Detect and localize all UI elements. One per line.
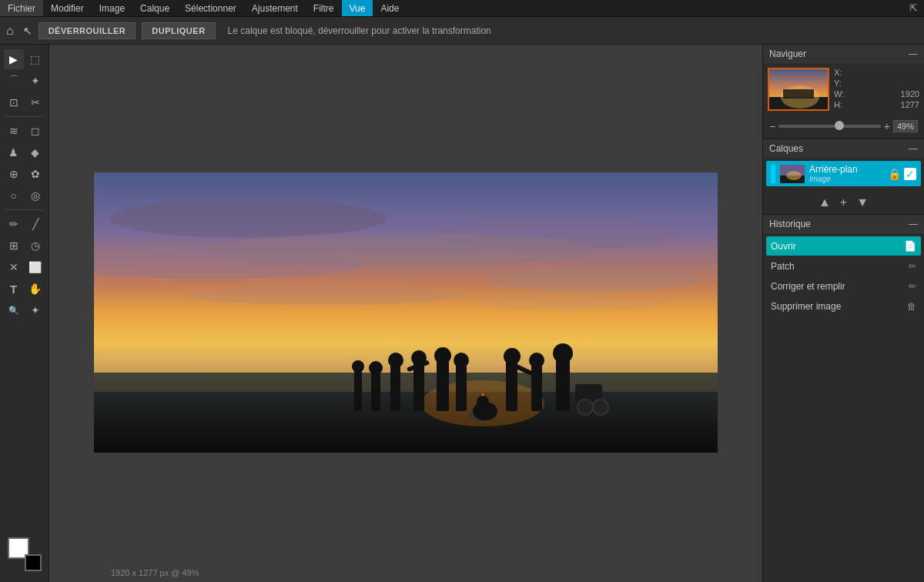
dodge-tool[interactable]: ○	[4, 186, 24, 206]
eraser-tool[interactable]: ◻	[25, 121, 45, 141]
marquee-tool[interactable]: ⬚	[25, 49, 45, 69]
history-collapse-icon[interactable]: —	[909, 219, 918, 229]
scissors-tool[interactable]: ✂	[25, 92, 45, 112]
lasso-tool[interactable]: ⌒	[4, 71, 24, 91]
menu-vue[interactable]: Vue	[342, 0, 373, 16]
layer-item-background[interactable]: Arrière-plan Image 🔒 ✓	[766, 161, 921, 186]
history-item-corriger[interactable]: Corriger et remplir ✏	[766, 277, 921, 296]
cross-tool[interactable]: ✕	[4, 257, 24, 277]
history-item-patch[interactable]: Patch ✏	[766, 257, 921, 276]
menu-calque[interactable]: Calque	[132, 0, 177, 16]
menu-ajustement[interactable]: Ajustement	[244, 0, 306, 16]
svg-point-5	[487, 269, 702, 292]
svg-point-30	[454, 353, 469, 368]
flower-tool[interactable]: ✿	[25, 164, 45, 184]
svg-rect-20	[371, 371, 380, 411]
svg-point-7	[186, 286, 464, 305]
menu-modifier[interactable]: Modifier	[43, 0, 92, 16]
history-label-ouvrir: Ouvrir	[771, 241, 796, 252]
layer-move-up-button[interactable]: ▲	[819, 196, 831, 209]
zoom-tool[interactable]: 🔍	[4, 300, 24, 320]
layer-lock-icon[interactable]: 🔒	[888, 168, 901, 180]
duplicate-button[interactable]: DUPLIQUER	[142, 22, 215, 39]
cursor-icon[interactable]: ↖	[23, 25, 32, 37]
navigator-collapse-icon[interactable]: —	[909, 48, 918, 59]
layer-info: Arrière-plan Image	[809, 164, 883, 183]
layers-header: Calques —	[763, 139, 924, 158]
svg-rect-46	[783, 89, 814, 99]
layers-toolbar: ▲ + ▼	[763, 191, 924, 214]
svg-rect-22	[390, 363, 400, 411]
svg-point-42	[593, 400, 608, 415]
statusbar: 1920 x 1277 px @ 49%	[111, 568, 199, 577]
select-tool[interactable]: ▶	[4, 49, 24, 69]
menu-selectionner[interactable]: Sélectionner	[177, 0, 244, 16]
hand-tool[interactable]: ✋	[25, 279, 45, 299]
patch-tool[interactable]: ⊞	[4, 236, 24, 256]
layer-move-down-button[interactable]: ▼	[856, 196, 869, 209]
svg-point-21	[369, 361, 383, 375]
nav-h-label: H:	[834, 100, 842, 109]
zoom-thumb[interactable]	[835, 121, 844, 130]
layer-name: Arrière-plan	[809, 164, 883, 175]
navigator-content: X: Y: W: 1920 H: 1277	[763, 63, 924, 115]
tool-divider-1	[5, 116, 44, 117]
svg-point-28	[434, 347, 451, 364]
history-section: Historique — Ouvrir 📄 Patch ✏ Corriger e…	[763, 215, 924, 582]
svg-rect-29	[456, 363, 467, 411]
pen-tool[interactable]: ✏	[4, 214, 24, 234]
layer-add-button[interactable]: +	[840, 196, 847, 209]
tool-divider-2	[5, 209, 44, 210]
pencil-tool[interactable]: ╱	[25, 214, 45, 234]
nav-w-value: 1920	[901, 89, 919, 99]
nav-w-label: W:	[834, 89, 844, 99]
zoom-slider[interactable]	[778, 125, 881, 128]
zoom-plus-icon[interactable]: +	[884, 120, 890, 132]
layer-icons: 🔒 ✓	[888, 168, 916, 180]
history-item-supprimer[interactable]: Supprimer image 🗑	[766, 297, 921, 316]
history-icon-corriger: ✏	[909, 281, 916, 292]
svg-point-37	[529, 353, 544, 368]
zoom-minus-icon[interactable]: −	[769, 120, 775, 132]
unlock-button[interactable]: DÉVERROUILLER	[38, 22, 136, 39]
nav-info: X: Y: W: 1920 H: 1277	[834, 68, 919, 111]
stamp-tool[interactable]: ♟	[4, 142, 24, 162]
zoom-value: 49%	[893, 120, 918, 132]
history-title: Historique	[769, 219, 811, 229]
eyedropper-tool[interactable]: ✦	[25, 71, 45, 91]
move-tool[interactable]: ✦	[25, 300, 45, 320]
zoom-row: − + 49%	[763, 120, 924, 139]
background-color[interactable]	[25, 554, 42, 571]
sun-tool[interactable]: ◎	[25, 186, 45, 206]
svg-rect-27	[437, 359, 449, 411]
history-label-supprimer: Supprimer image	[771, 301, 841, 312]
droplet-tool[interactable]: ◆	[25, 142, 45, 162]
layers-title: Calques	[769, 143, 803, 154]
crop-tool[interactable]: ⊡	[4, 92, 24, 112]
layer-visibility-icon[interactable]: ✓	[904, 168, 916, 180]
layers-collapse-icon[interactable]: —	[909, 143, 918, 154]
canvas-image	[94, 172, 718, 453]
svg-rect-36	[531, 363, 542, 411]
rect-select-tool[interactable]: ⬜	[25, 257, 45, 277]
menu-image[interactable]: Image	[92, 0, 132, 16]
canvas-area[interactable]: 1920 x 1277 px @ 49%	[49, 45, 762, 582]
nav-thumbnail[interactable]	[768, 68, 829, 111]
nav-y-label: Y:	[834, 79, 842, 88]
svg-point-6	[209, 232, 594, 266]
svg-point-8	[479, 296, 664, 311]
wave-tool[interactable]: ≋	[4, 121, 24, 141]
svg-point-41	[578, 400, 593, 415]
svg-point-2	[109, 199, 387, 238]
globe-tool[interactable]: ⊕	[4, 164, 24, 184]
svg-rect-18	[354, 369, 362, 411]
text-tool[interactable]: T	[4, 279, 24, 299]
home-icon[interactable]: ⌂	[6, 24, 14, 38]
history-item-ouvrir[interactable]: Ouvrir 📄	[766, 236, 921, 256]
menu-fichier[interactable]: Fichier	[0, 0, 43, 16]
navigator-section: Naviguer —	[763, 45, 924, 139]
menu-aide[interactable]: Aide	[373, 0, 407, 16]
navigator-header: Naviguer —	[763, 45, 924, 63]
menu-filtre[interactable]: Filtre	[306, 0, 342, 16]
smudge-tool[interactable]: ◷	[25, 236, 45, 256]
